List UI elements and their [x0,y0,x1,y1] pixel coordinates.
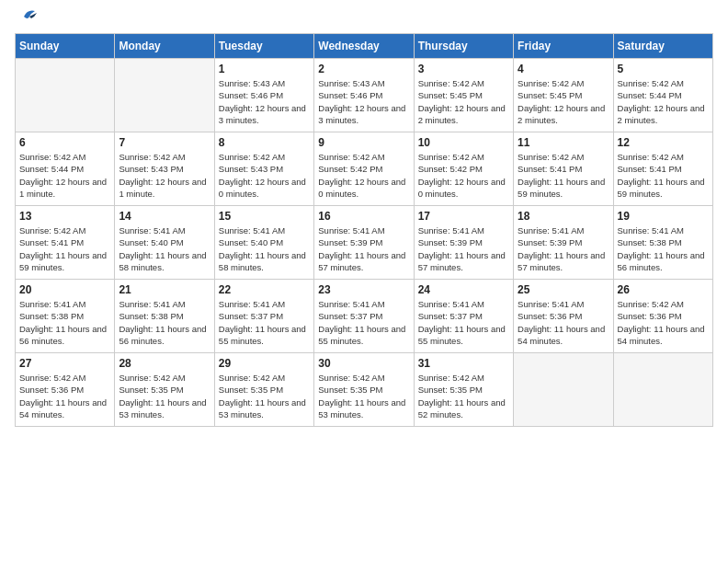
calendar-cell: 16Sunrise: 5:41 AM Sunset: 5:39 PM Dayli… [314,206,414,280]
calendar-cell: 11Sunrise: 5:42 AM Sunset: 5:41 PM Dayli… [514,132,613,206]
logo [15,15,37,24]
day-info: Sunrise: 5:42 AM Sunset: 5:36 PM Dayligh… [19,372,110,420]
day-info: Sunrise: 5:41 AM Sunset: 5:38 PM Dayligh… [119,298,210,347]
day-info: Sunrise: 5:42 AM Sunset: 5:35 PM Dayligh… [418,372,509,420]
calendar-cell: 25Sunrise: 5:41 AM Sunset: 5:36 PM Dayli… [514,280,613,353]
day-info: Sunrise: 5:41 AM Sunset: 5:37 PM Dayligh… [418,298,509,347]
calendar-cell: 8Sunrise: 5:42 AM Sunset: 5:43 PM Daylig… [214,132,313,206]
day-number: 13 [19,210,110,223]
calendar-header-row: SundayMondayTuesdayWednesdayThursdayFrid… [16,34,713,59]
calendar-cell: 7Sunrise: 5:42 AM Sunset: 5:43 PM Daylig… [115,132,214,206]
day-info: Sunrise: 5:43 AM Sunset: 5:46 PM Dayligh… [219,77,310,126]
day-number: 10 [418,136,509,149]
day-number: 28 [119,357,210,370]
calendar-cell: 26Sunrise: 5:42 AM Sunset: 5:36 PM Dayli… [613,280,712,353]
day-number: 25 [518,283,609,296]
day-info: Sunrise: 5:43 AM Sunset: 5:46 PM Dayligh… [318,77,409,126]
day-info: Sunrise: 5:42 AM Sunset: 5:43 PM Dayligh… [219,151,310,200]
calendar-cell: 31Sunrise: 5:42 AM Sunset: 5:35 PM Dayli… [414,353,513,427]
day-number: 5 [618,63,709,75]
calendar-cell [613,353,712,427]
header-friday: Friday [514,34,613,59]
day-info: Sunrise: 5:42 AM Sunset: 5:35 PM Dayligh… [318,372,409,420]
day-info: Sunrise: 5:42 AM Sunset: 5:43 PM Dayligh… [119,151,210,200]
day-number: 20 [19,283,110,296]
day-info: Sunrise: 5:41 AM Sunset: 5:37 PM Dayligh… [318,298,409,347]
header-wednesday: Wednesday [314,34,414,59]
day-number: 11 [518,136,609,149]
day-number: 16 [318,210,409,223]
header-thursday: Thursday [414,34,513,59]
day-number: 3 [418,63,509,75]
day-info: Sunrise: 5:42 AM Sunset: 5:35 PM Dayligh… [119,372,210,420]
calendar-cell: 29Sunrise: 5:42 AM Sunset: 5:35 PM Dayli… [214,353,313,427]
day-number: 18 [518,210,609,223]
header-saturday: Saturday [613,34,712,59]
day-number: 27 [19,357,110,370]
calendar-cell: 19Sunrise: 5:41 AM Sunset: 5:38 PM Dayli… [613,206,712,280]
calendar-cell: 4Sunrise: 5:42 AM Sunset: 5:45 PM Daylig… [514,59,613,132]
day-info: Sunrise: 5:41 AM Sunset: 5:40 PM Dayligh… [219,224,310,273]
calendar-cell [16,59,115,132]
day-info: Sunrise: 5:42 AM Sunset: 5:36 PM Dayligh… [618,298,709,347]
calendar-week-row: 6Sunrise: 5:42 AM Sunset: 5:44 PM Daylig… [16,132,713,206]
day-info: Sunrise: 5:42 AM Sunset: 5:42 PM Dayligh… [418,151,509,200]
calendar-cell: 9Sunrise: 5:42 AM Sunset: 5:42 PM Daylig… [314,132,414,206]
day-info: Sunrise: 5:41 AM Sunset: 5:39 PM Dayligh… [518,224,609,273]
day-number: 14 [119,210,210,223]
calendar-cell: 15Sunrise: 5:41 AM Sunset: 5:40 PM Dayli… [214,206,313,280]
day-number: 17 [418,210,509,223]
day-info: Sunrise: 5:42 AM Sunset: 5:45 PM Dayligh… [518,77,609,126]
day-number: 7 [119,136,210,149]
day-info: Sunrise: 5:42 AM Sunset: 5:41 PM Dayligh… [518,151,609,200]
calendar-cell: 2Sunrise: 5:43 AM Sunset: 5:46 PM Daylig… [314,59,414,132]
calendar-table: SundayMondayTuesdayWednesdayThursdayFrid… [15,33,713,427]
day-number: 8 [219,136,310,149]
day-number: 26 [618,283,709,296]
calendar-cell: 22Sunrise: 5:41 AM Sunset: 5:37 PM Dayli… [214,280,313,353]
day-info: Sunrise: 5:42 AM Sunset: 5:45 PM Dayligh… [418,77,509,126]
day-info: Sunrise: 5:41 AM Sunset: 5:39 PM Dayligh… [318,224,409,273]
day-info: Sunrise: 5:42 AM Sunset: 5:44 PM Dayligh… [618,77,709,126]
day-number: 31 [418,357,509,370]
day-number: 19 [618,210,709,223]
calendar-cell: 13Sunrise: 5:42 AM Sunset: 5:41 PM Dayli… [16,206,115,280]
day-number: 30 [318,357,409,370]
calendar-cell: 5Sunrise: 5:42 AM Sunset: 5:44 PM Daylig… [613,59,712,132]
day-info: Sunrise: 5:41 AM Sunset: 5:40 PM Dayligh… [119,224,210,273]
day-number: 4 [518,63,609,75]
header-sunday: Sunday [16,34,115,59]
calendar-cell [514,353,613,427]
calendar-cell: 23Sunrise: 5:41 AM Sunset: 5:37 PM Dayli… [314,280,414,353]
calendar-cell: 30Sunrise: 5:42 AM Sunset: 5:35 PM Dayli… [314,353,414,427]
calendar-week-row: 27Sunrise: 5:42 AM Sunset: 5:36 PM Dayli… [16,353,713,427]
day-number: 21 [119,283,210,296]
day-number: 6 [19,136,110,149]
calendar-week-row: 1Sunrise: 5:43 AM Sunset: 5:46 PM Daylig… [16,59,713,132]
day-info: Sunrise: 5:42 AM Sunset: 5:44 PM Dayligh… [19,151,110,200]
day-number: 9 [318,136,409,149]
calendar-cell: 20Sunrise: 5:41 AM Sunset: 5:38 PM Dayli… [16,280,115,353]
calendar-cell: 28Sunrise: 5:42 AM Sunset: 5:35 PM Dayli… [115,353,214,427]
calendar-cell: 17Sunrise: 5:41 AM Sunset: 5:39 PM Dayli… [414,206,513,280]
day-number: 1 [219,63,310,75]
day-info: Sunrise: 5:42 AM Sunset: 5:35 PM Dayligh… [219,372,310,420]
calendar-cell: 27Sunrise: 5:42 AM Sunset: 5:36 PM Dayli… [16,353,115,427]
day-info: Sunrise: 5:41 AM Sunset: 5:38 PM Dayligh… [618,224,709,273]
logo-bird-icon [17,7,37,24]
calendar-cell [115,59,214,132]
calendar-cell: 24Sunrise: 5:41 AM Sunset: 5:37 PM Dayli… [414,280,513,353]
day-info: Sunrise: 5:41 AM Sunset: 5:37 PM Dayligh… [219,298,310,347]
calendar-cell: 18Sunrise: 5:41 AM Sunset: 5:39 PM Dayli… [514,206,613,280]
day-number: 12 [618,136,709,149]
day-number: 24 [418,283,509,296]
header-monday: Monday [115,34,214,59]
day-info: Sunrise: 5:42 AM Sunset: 5:42 PM Dayligh… [318,151,409,200]
calendar-cell: 21Sunrise: 5:41 AM Sunset: 5:38 PM Dayli… [115,280,214,353]
day-number: 15 [219,210,310,223]
day-number: 23 [318,283,409,296]
day-info: Sunrise: 5:42 AM Sunset: 5:41 PM Dayligh… [618,151,709,200]
calendar-cell: 14Sunrise: 5:41 AM Sunset: 5:40 PM Dayli… [115,206,214,280]
day-number: 29 [219,357,310,370]
calendar-week-row: 13Sunrise: 5:42 AM Sunset: 5:41 PM Dayli… [16,206,713,280]
